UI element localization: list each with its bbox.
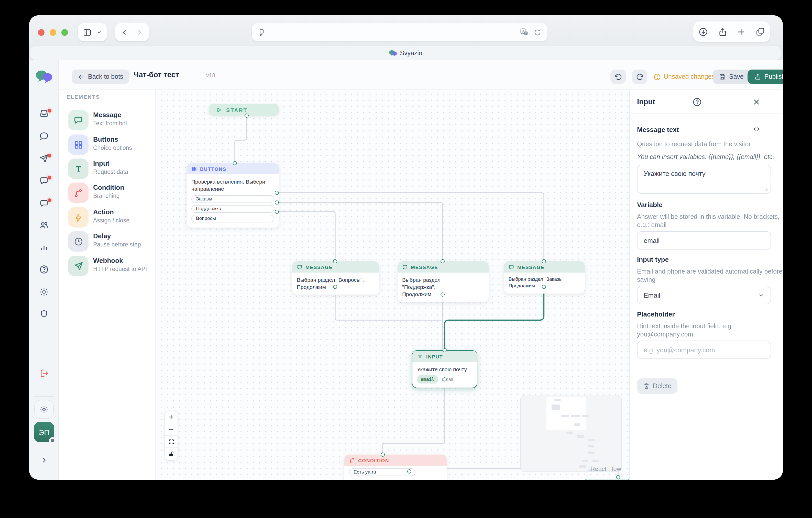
button-option-questions[interactable]: Вопросы — [191, 215, 274, 223]
delete-button[interactable]: Delete — [637, 378, 677, 394]
palette-item-input[interactable]: T Input Request data — [59, 157, 155, 181]
condition-rule-handle[interactable] — [407, 469, 411, 474]
palette-item-buttons[interactable]: Buttons Choice options — [59, 133, 155, 157]
expand-rail-icon[interactable] — [40, 457, 47, 464]
lock-button[interactable] — [165, 448, 178, 460]
security-nav-icon[interactable] — [39, 309, 48, 319]
palette-item-desc: Branching — [93, 193, 120, 199]
option-support-handle[interactable] — [275, 201, 279, 205]
offscreen-node-top[interactable] — [584, 479, 629, 480]
theme-toggle-button[interactable] — [34, 400, 54, 419]
option-orders-handle[interactable] — [275, 191, 279, 195]
save-button[interactable]: Save — [713, 69, 750, 84]
minimize-window-button[interactable] — [49, 29, 56, 35]
fit-view-button[interactable] — [165, 436, 178, 448]
message3-input-handle[interactable] — [542, 259, 546, 263]
undo-icon — [614, 73, 622, 81]
flow-canvas[interactable]: START BUTTONS Проверка ветвления. Выбери… — [155, 90, 629, 480]
broadcast-nav-icon[interactable] — [39, 154, 49, 163]
action-element-icon — [74, 212, 83, 222]
forward-nav-icon[interactable] — [136, 28, 143, 36]
contacts-nav-icon[interactable] — [39, 221, 49, 231]
zoom-out-button[interactable] — [165, 423, 178, 436]
condition-input-handle[interactable] — [381, 453, 385, 457]
reload-icon[interactable] — [534, 28, 541, 36]
translate-icon[interactable]: Ax — [520, 28, 528, 36]
palette-item-desc: Text from bot — [93, 120, 127, 126]
input-node-input-handle[interactable] — [442, 348, 447, 352]
input-node-output-handle[interactable] — [442, 377, 447, 382]
close-icon[interactable] — [753, 98, 760, 106]
offscreen-node-input-handle[interactable] — [616, 475, 620, 479]
message1-input-handle[interactable] — [333, 259, 337, 263]
buttons-node[interactable]: BUTTONS Проверка ветвления. Выбери напра… — [187, 163, 279, 228]
message-text-textarea[interactable]: Укажите свою почту — [637, 165, 771, 194]
trash-icon — [643, 383, 650, 390]
analytics-nav-icon[interactable] — [39, 243, 48, 252]
tab-overview-icon[interactable] — [756, 27, 765, 36]
svg-text:T: T — [76, 165, 81, 173]
new-tab-icon[interactable] — [737, 27, 746, 36]
input-node[interactable]: T INPUT Укажите свою почту email email — [412, 350, 477, 388]
avatar[interactable]: ЭП — [34, 422, 54, 442]
address-bar[interactable]: Ax — [252, 23, 548, 41]
message1-output-handle[interactable] — [333, 285, 337, 289]
reader-view-icon[interactable] — [258, 28, 265, 36]
tab-svyazio[interactable]: Svyazio — [30, 46, 781, 60]
share-icon[interactable] — [718, 27, 727, 36]
browser-window: Ax Svyazio — [29, 16, 783, 480]
condition-node[interactable]: CONDITION Есть ya.ru — [344, 455, 447, 480]
inspector-divider — [630, 114, 783, 114]
sidebar-toggle-button[interactable] — [78, 23, 107, 41]
back-nav-icon[interactable] — [121, 28, 128, 36]
variable-helper-1: Answer will be stored in this variable. … — [637, 213, 780, 220]
variable-input[interactable]: email — [637, 231, 771, 249]
inbox-nav-icon[interactable] — [39, 109, 49, 118]
palette-item-name: Input — [93, 159, 110, 167]
message3-output-handle[interactable] — [542, 285, 546, 289]
close-window-button[interactable] — [38, 29, 44, 35]
palette-item-name: Buttons — [93, 135, 118, 143]
message-node-questions[interactable]: MESSAGE Выбран раздел "Вопросы". Продолж… — [292, 261, 379, 295]
palette-item-webhook[interactable]: Webhook HTTP request to API — [59, 254, 155, 278]
palette-item-message[interactable]: Message Text from bot — [59, 109, 155, 132]
palette-item-delay[interactable]: Delay Pause before step — [59, 230, 155, 254]
logout-icon[interactable] — [39, 368, 49, 378]
bots-nav-icon[interactable] — [39, 198, 49, 208]
message2-input-handle[interactable] — [440, 259, 445, 263]
back-to-bots-button[interactable]: Back to bots — [71, 69, 129, 84]
message-node-icon — [402, 264, 408, 270]
message2-output-handle[interactable] — [440, 293, 445, 297]
condition-rule-pill[interactable]: Есть ya.ru — [349, 468, 415, 476]
palette-item-action[interactable]: Action Assign / close — [59, 206, 155, 230]
minus-icon — [168, 426, 174, 433]
downloads-icon[interactable] — [698, 27, 708, 36]
undo-button[interactable] — [610, 69, 626, 84]
settings-nav-icon[interactable] — [39, 287, 49, 297]
button-option-orders[interactable]: Заказы — [191, 195, 274, 203]
screen: Ax Svyazio — [0, 0, 812, 518]
help-nav-icon[interactable] — [39, 265, 49, 274]
chats-nav-icon[interactable] — [39, 131, 49, 141]
publish-button[interactable]: Publish — [748, 69, 783, 84]
start-output-handle[interactable] — [244, 114, 249, 118]
start-node[interactable]: START — [209, 104, 279, 116]
resize-handle-icon[interactable] — [763, 186, 768, 191]
input-type-select[interactable]: Email — [637, 286, 771, 304]
zoom-window-button[interactable] — [61, 29, 68, 35]
templates-nav-icon[interactable] — [39, 176, 49, 185]
buttons-input-handle[interactable] — [233, 161, 237, 165]
svyazio-logo-icon — [388, 49, 397, 57]
help-icon[interactable] — [692, 97, 702, 107]
redo-button[interactable] — [632, 69, 647, 84]
zoom-in-button[interactable] — [165, 411, 178, 423]
palette-item-condition[interactable]: Condition Branching — [59, 181, 155, 205]
button-option-support[interactable]: Поддержка — [191, 205, 274, 213]
minimap[interactable] — [520, 395, 622, 472]
placeholder-input[interactable]: e.g. you@company.com — [637, 341, 771, 359]
input-type-helper-2: saving — [637, 276, 656, 283]
option-questions-handle[interactable] — [275, 210, 279, 214]
canvas-controls — [165, 411, 178, 460]
code-icon[interactable] — [753, 126, 760, 132]
templates-badge — [48, 176, 51, 180]
